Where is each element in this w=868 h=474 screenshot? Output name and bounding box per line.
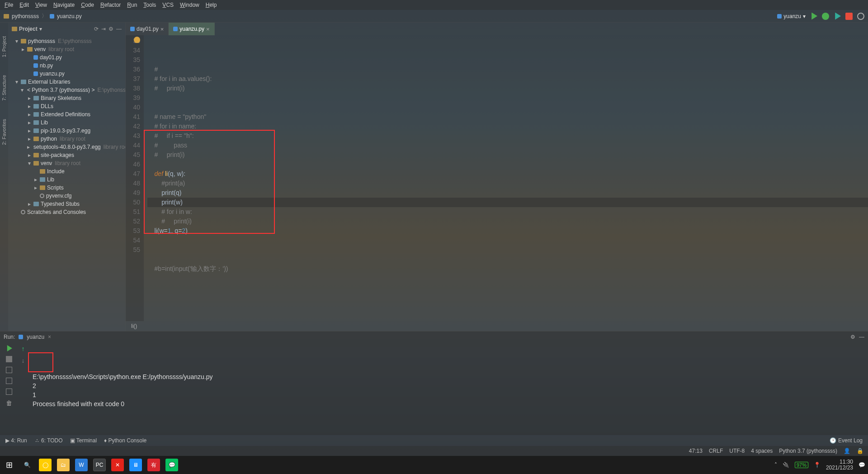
rail-tab[interactable]: 1: Project bbox=[1, 36, 7, 57]
bottom-tab[interactable]: ⛬ 6: TODO bbox=[34, 437, 63, 444]
bottom-tab[interactable]: ▣ Terminal bbox=[70, 437, 97, 444]
app-icon[interactable]: ✕ bbox=[111, 459, 124, 471]
search-icon[interactable]: 🔍 bbox=[21, 459, 33, 471]
bottom-tab[interactable]: ▶ 4: Run bbox=[5, 437, 27, 444]
hide-icon[interactable]: — bbox=[116, 26, 122, 32]
battery-indicator[interactable]: 97% bbox=[795, 462, 808, 468]
code-editor[interactable]: 3334353637383940414243444546474849505152… bbox=[126, 35, 868, 321]
annotation-box-output bbox=[28, 352, 53, 372]
print-icon[interactable] bbox=[6, 389, 12, 395]
lib-icon bbox=[33, 202, 39, 206]
tree-item[interactable]: Include bbox=[8, 167, 125, 175]
menu-view[interactable]: View bbox=[35, 2, 47, 8]
tree-item[interactable]: ▸python library root bbox=[8, 135, 125, 143]
explorer-icon[interactable]: 🗂 bbox=[57, 459, 70, 471]
tree-item[interactable]: pyvenv.cfg bbox=[8, 192, 125, 200]
tree-item[interactable]: ▸pip-19.0.3-py3.7.egg bbox=[8, 127, 125, 135]
caret-position[interactable]: 47:13 bbox=[689, 448, 703, 454]
intention-bulb-icon[interactable] bbox=[134, 37, 140, 43]
tray-up-icon[interactable]: ˄ bbox=[774, 462, 777, 468]
breadcrumb-project[interactable]: pythonssss bbox=[12, 13, 39, 19]
search-icon[interactable] bbox=[857, 13, 864, 20]
tree-item[interactable]: ▸site-packages bbox=[8, 151, 125, 159]
menu-code[interactable]: Code bbox=[81, 2, 94, 8]
project-tree[interactable]: ▾pythonssss E:\pythonssss▸venv library r… bbox=[8, 35, 125, 331]
event-log-tab[interactable]: 🕑Event Log bbox=[830, 437, 863, 444]
windows-taskbar[interactable]: ⊞ 🔍 ◯ 🗂 W PC ✕ 🖥 有 💬 ˄ 🔌 97% 📍 11:30 202… bbox=[0, 456, 868, 474]
notifications-icon[interactable]: 💬 bbox=[859, 462, 865, 468]
clock-date[interactable]: 2021/12/23 bbox=[826, 465, 853, 471]
minimize-icon[interactable]: — bbox=[859, 334, 864, 340]
menu-refactor[interactable]: Refactor bbox=[100, 2, 121, 8]
run-title: Run: bbox=[4, 334, 15, 340]
app-icon-2[interactable]: 有 bbox=[147, 459, 160, 471]
menu-run[interactable]: Run bbox=[127, 2, 137, 8]
trash-icon[interactable]: 🗑 bbox=[6, 399, 12, 407]
tree-item[interactable]: ▸Typeshed Stubs bbox=[8, 200, 125, 208]
pycharm-icon[interactable]: PC bbox=[93, 459, 106, 471]
monitor-icon[interactable]: 🖥 bbox=[129, 459, 142, 471]
tree-item[interactable]: ▸Lib bbox=[8, 118, 125, 127]
tree-item[interactable]: ▾External Libraries bbox=[8, 78, 125, 86]
gear-icon[interactable]: ⚙ bbox=[850, 334, 855, 340]
menu-tools[interactable]: Tools bbox=[143, 2, 156, 8]
menu-file[interactable]: File bbox=[5, 2, 13, 8]
tree-item[interactable]: nb.py bbox=[8, 62, 125, 70]
run-button-icon[interactable] bbox=[810, 13, 817, 20]
tree-item[interactable]: Scratches and Consoles bbox=[8, 208, 125, 216]
menu-help[interactable]: Help bbox=[206, 2, 217, 8]
indent[interactable]: 4 spaces bbox=[751, 448, 773, 454]
start-icon[interactable]: ⊞ bbox=[3, 459, 15, 471]
menu-edit[interactable]: Edit bbox=[19, 2, 29, 8]
tree-item[interactable]: ▸Binary Skeletons bbox=[8, 94, 125, 102]
soft-wrap-icon[interactable] bbox=[6, 378, 12, 384]
tree-item[interactable]: ▸venv library root bbox=[8, 45, 125, 53]
tree-item[interactable]: ▸Extended Definitions bbox=[8, 110, 125, 118]
sync-icon[interactable]: ⟳ bbox=[94, 26, 99, 32]
inspector-icon[interactable]: 👤 bbox=[844, 448, 850, 454]
wechat-icon[interactable]: 💬 bbox=[165, 459, 178, 471]
folder-icon bbox=[33, 153, 39, 157]
chrome-icon[interactable]: ◯ bbox=[39, 459, 52, 471]
wps-icon[interactable]: W bbox=[75, 459, 88, 471]
tree-item[interactable]: ▸Scripts bbox=[8, 184, 125, 192]
stop-icon[interactable] bbox=[6, 356, 12, 362]
tree-item[interactable]: day01.py bbox=[8, 53, 125, 62]
tree-item[interactable]: ▾< Python 3.7 (pythonssss) > E:\pythonss… bbox=[8, 86, 125, 94]
rail-tab[interactable]: 7: Structure bbox=[1, 75, 7, 101]
tree-item[interactable]: ▾venv library root bbox=[8, 159, 125, 167]
menu-navigate[interactable]: Navigate bbox=[53, 2, 75, 8]
debug-button-icon[interactable] bbox=[822, 13, 829, 20]
editor-tab[interactable]: yuanzu.py× bbox=[169, 23, 214, 35]
rail-tab[interactable]: 2: Favorites bbox=[1, 119, 7, 145]
collapse-icon[interactable]: ⇥ bbox=[101, 26, 106, 32]
run-config-selector[interactable]: yuanzu ▾ bbox=[777, 13, 806, 19]
settings-icon[interactable]: ⚙ bbox=[108, 26, 113, 32]
run-output[interactable]: E:\pythonssss\venv\Scripts\python.exe E:… bbox=[28, 342, 868, 435]
encoding[interactable]: UTF-8 bbox=[729, 448, 745, 454]
tree-item[interactable]: ▸setuptools-40.8.0-py3.7.egg library roo… bbox=[8, 143, 125, 151]
up-icon[interactable]: ↑ bbox=[22, 345, 25, 352]
stop-button-icon[interactable] bbox=[845, 13, 853, 20]
close-icon[interactable]: × bbox=[160, 26, 164, 33]
tree-item[interactable]: ▸Lib bbox=[8, 175, 125, 184]
bottom-tab[interactable]: ♦ Python Console bbox=[104, 437, 146, 444]
layout-icon[interactable] bbox=[6, 367, 12, 373]
location-icon[interactable]: 📍 bbox=[814, 462, 821, 468]
py-icon bbox=[33, 63, 38, 68]
close-icon[interactable]: × bbox=[206, 26, 210, 33]
code-area[interactable]: # # for i in aa.values(): # print(i) # n… bbox=[144, 35, 868, 321]
menu-vcs[interactable]: VCS bbox=[162, 2, 174, 8]
down-icon[interactable]: ↓ bbox=[22, 357, 25, 364]
run-coverage-icon[interactable] bbox=[834, 13, 841, 20]
menu-window[interactable]: Window bbox=[180, 2, 199, 8]
rerun-icon[interactable] bbox=[6, 345, 12, 351]
tree-item[interactable]: ▾pythonssss E:\pythonssss bbox=[8, 37, 125, 45]
sidebar-title: Project bbox=[19, 26, 38, 32]
interpreter[interactable]: Python 3.7 (pythonssss) bbox=[779, 448, 837, 454]
editor-tab[interactable]: day01.py× bbox=[126, 23, 169, 35]
tree-item[interactable]: yuanzu.py bbox=[8, 70, 125, 78]
line-sep[interactable]: CRLF bbox=[709, 448, 723, 454]
tree-item[interactable]: ▸DLLs bbox=[8, 102, 125, 110]
breadcrumb-file[interactable]: yuanzu.py bbox=[57, 13, 82, 19]
